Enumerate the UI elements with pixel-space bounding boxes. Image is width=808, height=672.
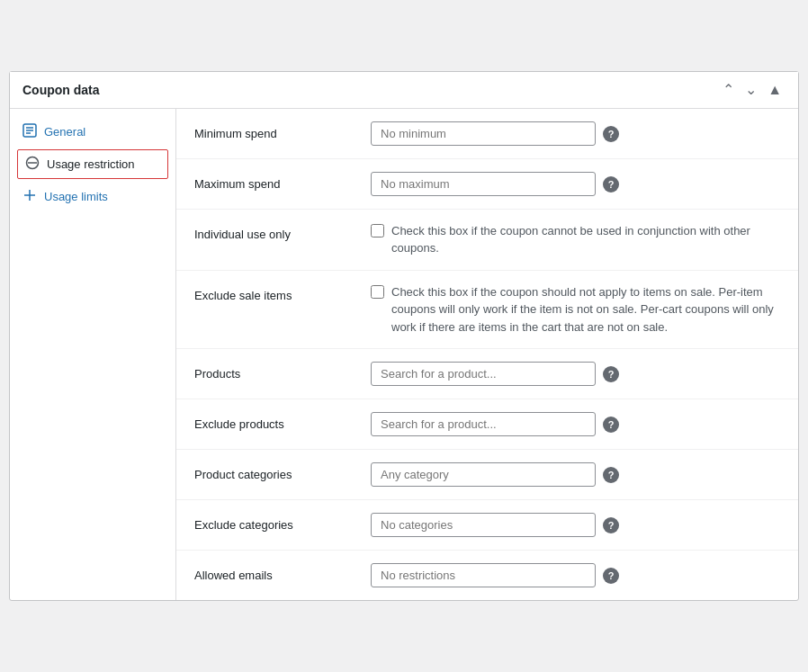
panel-header: Coupon data ⌃ ⌄ ▲ (10, 72, 798, 109)
label-individual-use: Individual use only (194, 222, 356, 241)
label-allowed-emails: Allowed emails (194, 563, 356, 582)
row-exclude-products: Exclude products ? (176, 399, 798, 450)
row-exclude-sale: Exclude sale items Check this box if the… (176, 271, 798, 350)
field-products: ? (371, 362, 780, 386)
field-allowed-emails: ? (371, 563, 780, 587)
help-icon-minimum-spend[interactable]: ? (603, 126, 619, 142)
form-content: Minimum spend ? Maximum spend ? Individu… (176, 109, 798, 601)
row-individual-use: Individual use only Check this box if th… (176, 210, 798, 271)
checkbox-exclude-sale[interactable] (371, 285, 384, 299)
row-products: Products ? (176, 349, 798, 399)
help-icon-exclude-categories[interactable]: ? (603, 517, 619, 533)
help-icon-products[interactable]: ? (603, 366, 619, 382)
sidebar-label-usage-limits[interactable]: Usage limits (44, 190, 108, 203)
description-exclude-sale: Check this box if the coupon should not … (391, 283, 780, 336)
label-exclude-sale: Exclude sale items (194, 283, 356, 302)
row-exclude-categories: Exclude categories ? (176, 500, 798, 551)
help-icon-product-categories[interactable]: ? (603, 467, 619, 483)
sidebar-item-usage-limits[interactable]: Usage limits (10, 181, 175, 212)
sidebar-item-usage-restriction[interactable]: Usage restriction (17, 149, 168, 179)
restriction-icon (25, 156, 40, 173)
checkbox-row-individual-use: Check this box if the coupon cannot be u… (371, 222, 780, 257)
panel-body: General Usage restriction (10, 109, 798, 601)
description-individual-use: Check this box if the coupon cannot be u… (391, 222, 780, 257)
panel-controls: ⌃ ⌄ ▲ (719, 81, 786, 99)
field-minimum-spend: ? (371, 121, 780, 146)
coupon-data-panel: Coupon data ⌃ ⌄ ▲ General (9, 71, 799, 602)
row-allowed-emails: Allowed emails ? (176, 551, 798, 600)
help-icon-allowed-emails[interactable]: ? (603, 568, 619, 584)
label-minimum-spend: Minimum spend (194, 121, 356, 140)
sidebar-label-usage-restriction: Usage restriction (47, 157, 135, 171)
input-products[interactable] (371, 362, 596, 386)
input-exclude-products[interactable] (371, 412, 596, 436)
tag-icon (22, 123, 37, 140)
checkbox-row-exclude-sale: Check this box if the coupon should not … (371, 283, 780, 336)
label-product-categories: Product categories (194, 462, 356, 481)
row-maximum-spend: Maximum spend ? (176, 159, 798, 210)
input-product-categories[interactable] (371, 462, 596, 487)
help-icon-maximum-spend[interactable]: ? (603, 176, 619, 193)
field-exclude-categories: ? (371, 513, 780, 537)
help-icon-exclude-products[interactable]: ? (603, 417, 619, 433)
row-product-categories: Product categories ? (176, 450, 798, 500)
input-minimum-spend[interactable] (371, 121, 596, 146)
panel-toggle-button[interactable]: ▲ (764, 81, 786, 99)
label-exclude-products: Exclude products (194, 412, 356, 431)
field-maximum-spend: ? (371, 172, 780, 196)
label-exclude-categories: Exclude categories (194, 513, 356, 532)
label-products: Products (194, 362, 356, 381)
panel-up-button[interactable]: ⌃ (719, 81, 738, 99)
panel-down-button[interactable]: ⌄ (741, 81, 760, 99)
field-product-categories: ? (371, 462, 780, 487)
row-minimum-spend: Minimum spend ? (176, 109, 798, 159)
input-exclude-categories[interactable] (371, 513, 596, 537)
sidebar: General Usage restriction (10, 109, 176, 601)
plus-icon (22, 188, 37, 205)
field-exclude-sale: Check this box if the coupon should not … (371, 283, 780, 336)
sidebar-item-general[interactable]: General (10, 116, 175, 148)
input-maximum-spend[interactable] (371, 172, 596, 196)
field-individual-use: Check this box if the coupon cannot be u… (371, 222, 780, 257)
checkbox-individual-use[interactable] (371, 224, 384, 237)
panel-title: Coupon data (22, 83, 100, 97)
field-exclude-products: ? (371, 412, 780, 436)
input-allowed-emails[interactable] (371, 563, 596, 587)
label-maximum-spend: Maximum spend (194, 172, 356, 191)
sidebar-label-general[interactable]: General (44, 125, 85, 139)
